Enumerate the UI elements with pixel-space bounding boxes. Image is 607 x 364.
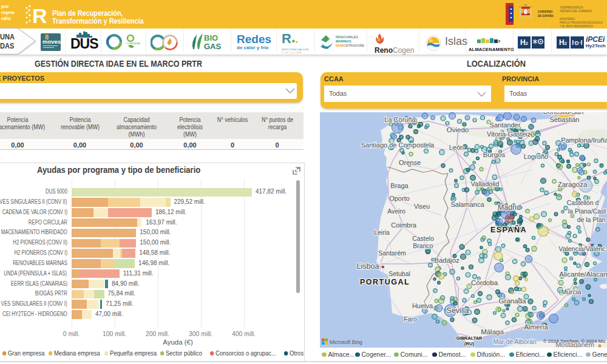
svg-text:PORTUGAL: PORTUGAL bbox=[360, 278, 410, 286]
svg-text:Setubal: Setubal bbox=[388, 270, 410, 277]
svg-text:Santiago de Compostela: Santiago de Compostela bbox=[361, 141, 435, 149]
svg-text:(RU): (RU) bbox=[464, 341, 474, 346]
svg-text:© 2024 TomTom, © 2024 Mic: © 2024 TomTom, © 2024 Mic bbox=[543, 339, 606, 344]
svg-text:Santarém: Santarém bbox=[378, 249, 406, 257]
svg-text:León: León bbox=[449, 144, 464, 151]
svg-text:Valencia/Valènc: Valencia/Valènc bbox=[558, 245, 606, 252]
svg-text:Microsoft Bing: Microsoft Bing bbox=[330, 339, 362, 345]
svg-text:Badajoz: Badajoz bbox=[434, 257, 459, 264]
svg-text:Málaga: Málaga bbox=[481, 328, 504, 335]
svg-text:Valladolid: Valladolid bbox=[471, 180, 500, 187]
svg-text:Oporto: Oporto bbox=[389, 195, 410, 202]
svg-text:Castellón d: Castellón d bbox=[567, 199, 599, 206]
svg-text:Madrid: Madrid bbox=[498, 203, 521, 212]
svg-text:Alicante/Alacan: Alicante/Alacan bbox=[559, 271, 607, 278]
svg-text:Castelo: Castelo bbox=[412, 235, 434, 242]
svg-text:de la Plan: de la Plan bbox=[577, 216, 606, 223]
svg-text:BIO: BIO bbox=[204, 33, 218, 42]
svg-text:Salamanca: Salamanca bbox=[450, 201, 484, 208]
svg-text:La Coruña: La Coruña bbox=[384, 116, 416, 123]
svg-text:GIBRALTAR: GIBRALTAR bbox=[456, 335, 483, 341]
svg-text:Braga: Braga bbox=[390, 182, 409, 189]
svg-text:GAS: GAS bbox=[204, 42, 222, 51]
svg-text:Mar de Alborán: Mar de Alborán bbox=[493, 338, 536, 345]
svg-text:Granada: Granada bbox=[499, 297, 526, 305]
svg-text:Aveiro: Aveiro bbox=[387, 207, 405, 215]
svg-text:Lisboa: Lisboa bbox=[357, 262, 379, 271]
svg-text:Leiria: Leiria bbox=[374, 229, 390, 236]
svg-text:Pamplona/Iruña: Pamplona/Iruña bbox=[561, 136, 607, 144]
svg-text:Córdoba: Córdoba bbox=[471, 279, 498, 286]
svg-text:la Plana/Cast: la Plana/Cast bbox=[568, 207, 606, 215]
svg-text:Sevilla: Sevilla bbox=[447, 306, 469, 315]
svg-text:Coimbra: Coimbra bbox=[391, 221, 416, 229]
svg-text:Logroño: Logroño bbox=[524, 153, 548, 160]
svg-text:Santander: Santander bbox=[490, 121, 521, 129]
svg-text:ESPAÑA: ESPAÑA bbox=[490, 225, 527, 234]
svg-text:Donostia-San: Donostia-San bbox=[543, 112, 584, 115]
svg-text:Vitoria-Gasteiz: Vitoria-Gasteiz bbox=[487, 130, 531, 138]
svg-text:Murcia: Murcia bbox=[561, 288, 582, 295]
svg-text:Sebastián: Sebastián bbox=[550, 116, 580, 123]
svg-text:Branco: Branco bbox=[413, 242, 433, 249]
svg-text:Huelva: Huelva bbox=[412, 302, 433, 309]
svg-text:Viseu: Viseu bbox=[414, 203, 430, 210]
svg-text:Oviedo: Oviedo bbox=[447, 126, 469, 133]
svg-text:Faro: Faro bbox=[404, 315, 417, 323]
svg-text:Zaragoza: Zaragoza bbox=[558, 181, 588, 188]
svg-text:Almería: Almería bbox=[524, 323, 548, 331]
svg-text:D: D bbox=[575, 40, 579, 46]
svg-text:R: R bbox=[32, 4, 47, 26]
svg-text:Orense: Orense bbox=[399, 159, 421, 166]
svg-text:Burgos: Burgos bbox=[483, 151, 506, 158]
svg-text:COMUNIDADES: COMUNIDADES bbox=[126, 42, 140, 45]
